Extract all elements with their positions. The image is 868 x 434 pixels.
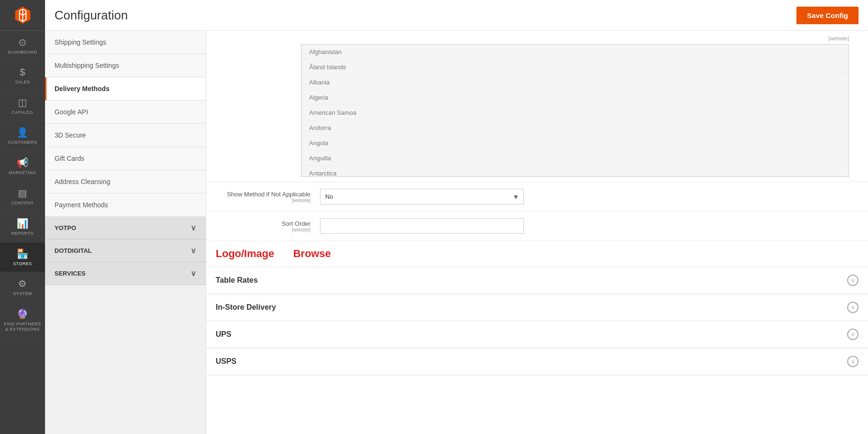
nav-label-sales: SALES: [15, 80, 30, 85]
table-rates-title: Table Rates: [216, 276, 258, 285]
show-method-row: Show Method if Not Applicable [website] …: [206, 182, 868, 212]
table-rates-header[interactable]: Table Rates ∨: [206, 267, 868, 294]
reports-icon: 📊: [17, 218, 29, 229]
sidebar-section-services[interactable]: SERVICES ∨: [45, 262, 206, 285]
list-item[interactable]: Anguilla: [302, 151, 849, 166]
nav-label-content: CONTENT: [11, 201, 34, 206]
sidebar-item-delivery-methods[interactable]: Delivery Methods: [45, 77, 206, 101]
content-icon: ▤: [18, 187, 27, 199]
dotdigital-chevron-icon: ∨: [191, 246, 196, 255]
nav-label-catalog: CATALOG: [12, 110, 33, 115]
ups-section: UPS ∨: [206, 321, 868, 348]
find-partners-icon: 🔮: [17, 308, 29, 320]
nav-item-customers[interactable]: 👤 CUSTOMERS: [0, 121, 45, 151]
sidebar-item-3d-secure[interactable]: 3D Secure: [45, 124, 206, 147]
list-item[interactable]: Andorra: [302, 120, 849, 136]
ups-header[interactable]: UPS ∨: [206, 321, 868, 348]
sort-order-control: [320, 218, 859, 234]
sidebar-section-yotpo[interactable]: YOTPO ∨: [45, 217, 206, 240]
list-item[interactable]: Angola: [302, 136, 849, 151]
nav-item-system[interactable]: ⚙ SYSTEM: [0, 272, 45, 303]
show-method-control: No Yes ▼: [320, 189, 859, 204]
list-item[interactable]: American Samoa: [302, 105, 849, 120]
logo-container: [0, 0, 45, 31]
in-store-delivery-chevron-icon: ∨: [847, 302, 859, 313]
system-icon: ⚙: [18, 278, 27, 289]
nav-item-marketing[interactable]: 📢 MARKETING: [0, 151, 45, 182]
sort-order-label: Sort Order [website]: [216, 220, 320, 232]
sidebar: Shipping Settings Multishipping Settings…: [45, 31, 206, 434]
list-item[interactable]: Antarctica: [302, 166, 849, 177]
usps-section: USPS ∨: [206, 348, 868, 375]
show-method-label: Show Method if Not Applicable [website]: [216, 191, 320, 203]
sort-order-row: Sort Order [website]: [206, 212, 868, 241]
nav-label-dashboard: DASHBOARD: [8, 50, 37, 55]
sidebar-item-gift-cards[interactable]: Gift Cards: [45, 147, 206, 170]
yotpo-label: YOTPO: [55, 224, 76, 231]
in-store-delivery-title: In-Store Delivery: [216, 303, 276, 312]
browse-label[interactable]: Browse: [293, 248, 330, 260]
marketing-icon: 📢: [17, 157, 29, 168]
list-item[interactable]: Albania: [302, 75, 849, 90]
nav-item-find-partners[interactable]: 🔮 FIND PARTNERS & EXTENSIONS: [0, 303, 45, 338]
country-dropdown-area: [website] Afghanistan Åland Islands Alba…: [206, 31, 868, 182]
ups-title: UPS: [216, 330, 231, 339]
in-store-delivery-header[interactable]: In-Store Delivery ∨: [206, 294, 868, 321]
yotpo-chevron-icon: ∨: [191, 223, 196, 232]
logo-browse-row: Logo/Image Browse: [206, 241, 868, 267]
nav-label-find-partners: FIND PARTNERS & EXTENSIONS: [2, 322, 43, 332]
nav-label-system: SYSTEM: [13, 291, 32, 296]
top-header: Configuration Save Config: [45, 0, 868, 31]
show-method-select[interactable]: No Yes: [320, 189, 524, 204]
usps-title: USPS: [216, 357, 237, 366]
stores-icon: 🏪: [17, 248, 29, 259]
nav-label-reports: REPORTS: [11, 231, 34, 236]
show-method-website-tag: [website]: [216, 198, 311, 203]
sidebar-item-multishipping-settings[interactable]: Multishipping Settings: [45, 54, 206, 77]
list-item[interactable]: Algeria: [302, 90, 849, 105]
services-chevron-icon: ∨: [191, 269, 196, 278]
nav-item-reports[interactable]: 📊 REPORTS: [0, 212, 45, 242]
table-rates-section: Table Rates ∨: [206, 267, 868, 294]
nav-label-customers: CUSTOMERS: [8, 140, 37, 145]
sidebar-section-dotdigital[interactable]: DOTDIGITAL ∨: [45, 240, 206, 262]
dotdigital-label: DOTDIGITAL: [55, 247, 91, 254]
nav-label-marketing: MARKETING: [9, 170, 36, 175]
logo-image-label: Logo/Image: [216, 248, 274, 260]
sidebar-item-address-cleansing[interactable]: Address Cleansing: [45, 170, 206, 194]
usps-chevron-icon: ∨: [847, 356, 859, 367]
usps-header[interactable]: USPS ∨: [206, 348, 868, 375]
sidebar-item-shipping-settings[interactable]: Shipping Settings: [45, 31, 206, 54]
show-method-select-wrapper: No Yes ▼: [320, 189, 524, 204]
dashboard-icon: ⊙: [18, 37, 27, 48]
sidebar-item-payment-methods[interactable]: Payment Methods: [45, 194, 206, 217]
magento-logo-icon: [13, 6, 32, 25]
page-title: Configuration: [55, 8, 128, 23]
main-area: Configuration Save Config Shipping Setti…: [45, 0, 868, 434]
nav-item-stores[interactable]: 🏪 STORES: [0, 242, 45, 273]
list-item[interactable]: Afghanistan: [302, 45, 849, 60]
nav-item-content[interactable]: ▤ CONTENT: [0, 182, 45, 212]
sort-order-website-tag: [website]: [216, 227, 311, 232]
country-list: Afghanistan Åland Islands Albania Algeri…: [302, 45, 849, 177]
nav-item-catalog[interactable]: ◫ CATALOG: [0, 91, 45, 121]
nav-label-stores: STORES: [13, 261, 32, 267]
customers-icon: 👤: [17, 127, 29, 138]
nav-item-dashboard[interactable]: ⊙ DASHBOARD: [0, 31, 45, 61]
sidebar-item-google-api[interactable]: Google API: [45, 101, 206, 124]
catalog-icon: ◫: [18, 97, 27, 108]
country-website-label: [website]: [206, 36, 859, 44]
left-navigation: ⊙ DASHBOARD $ SALES ◫ CATALOG 👤 CUSTOMER…: [0, 0, 45, 434]
content-area: Shipping Settings Multishipping Settings…: [45, 31, 868, 434]
ups-chevron-icon: ∨: [847, 329, 859, 340]
sales-icon: $: [20, 67, 26, 78]
services-label: SERVICES: [55, 270, 86, 277]
country-list-container[interactable]: Afghanistan Åland Islands Albania Algeri…: [301, 44, 849, 177]
nav-item-sales[interactable]: $ SALES: [0, 61, 45, 91]
list-item[interactable]: Åland Islands: [302, 60, 849, 75]
table-rates-chevron-icon: ∨: [847, 275, 859, 286]
in-store-delivery-section: In-Store Delivery ∨: [206, 294, 868, 321]
sort-order-input[interactable]: [320, 218, 524, 234]
save-config-button[interactable]: Save Config: [796, 7, 859, 24]
main-content: [website] Afghanistan Åland Islands Alba…: [206, 31, 868, 434]
